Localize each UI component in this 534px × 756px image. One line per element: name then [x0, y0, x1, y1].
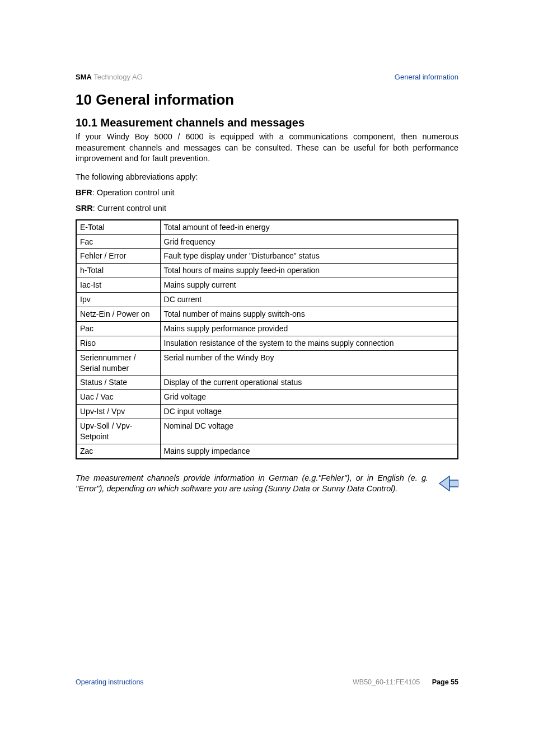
- footer-right: WB50_60-11:FE4105 Page 55: [353, 678, 458, 686]
- channel-desc: Mains supply impedance: [160, 444, 458, 458]
- svg-marker-1: [439, 476, 449, 491]
- channel-key: Ipv: [76, 293, 160, 307]
- channel-desc: Display of the current operational statu…: [160, 375, 458, 390]
- channel-desc: Mains supply current: [160, 278, 458, 293]
- svg-marker-0: [449, 480, 458, 487]
- company-name-bold: SMA: [76, 73, 92, 81]
- table-row: ZacMains supply impedance: [76, 444, 458, 458]
- srr-line: SRR: Current control unit: [76, 204, 458, 213]
- table-row: h-TotalTotal hours of mains supply feed-…: [76, 264, 458, 278]
- channel-desc: Serial number of the Windy Boy: [160, 350, 458, 375]
- channel-key: h-Total: [76, 264, 160, 278]
- table-row: Fehler / ErrorFault type display under "…: [76, 249, 458, 264]
- channel-key: Uac / Vac: [76, 390, 160, 405]
- channel-key: Riso: [76, 336, 160, 350]
- table-row: PacMains supply performance provided: [76, 321, 458, 336]
- channel-desc: DC input voltage: [160, 405, 458, 419]
- page-footer: Operating instructions WB50_60-11:FE4105…: [76, 678, 458, 686]
- channel-desc: Mains supply performance provided: [160, 321, 458, 336]
- channel-key: Status / State: [76, 375, 160, 390]
- table-row: RisoInsulation resistance of the system …: [76, 336, 458, 350]
- table-row: FacGrid frequency: [76, 234, 458, 249]
- channel-key: Upv-Soll / Vpv-Setpoint: [76, 419, 160, 444]
- channel-key: Upv-Ist / Vpv: [76, 405, 160, 419]
- table-row: Uac / VacGrid voltage: [76, 390, 458, 405]
- page-header: SMA Technology AG General information: [76, 73, 458, 81]
- footer-doc-id: WB50_60-11:FE4105: [353, 678, 420, 686]
- channel-key: Zac: [76, 444, 160, 458]
- footer-page-number: Page 55: [432, 678, 458, 686]
- table-row: Seriennummer / Serial numberSerial numbe…: [76, 350, 458, 375]
- channel-desc: Insulation resistance of the system to t…: [160, 336, 458, 350]
- channel-desc: Fault type display under "Disturbance" s…: [160, 249, 458, 264]
- channel-desc: Grid voltage: [160, 390, 458, 405]
- table-row: IpvDC current: [76, 293, 458, 307]
- channel-desc: Nominal DC voltage: [160, 419, 458, 444]
- footer-left: Operating instructions: [76, 678, 144, 686]
- channel-key: Netz-Ein / Power on: [76, 307, 160, 322]
- srr-label: SRR: [76, 204, 93, 213]
- channel-key: Fehler / Error: [76, 249, 160, 264]
- channel-desc: Grid frequency: [160, 234, 458, 249]
- heading-1: 10 General information: [76, 91, 458, 109]
- company-name-rest: Technology AG: [92, 73, 143, 81]
- srr-text: : Current control unit: [93, 204, 166, 213]
- table-row: Iac-IstMains supply current: [76, 278, 458, 293]
- bfr-label: BFR: [76, 188, 92, 197]
- company-name: SMA Technology AG: [76, 73, 143, 81]
- header-section-label: General information: [395, 73, 458, 81]
- note-block: The measurement channels provide informa…: [76, 473, 458, 495]
- channel-key: Seriennummer / Serial number: [76, 350, 160, 375]
- note-text: The measurement channels provide informa…: [76, 473, 428, 495]
- channel-key: Pac: [76, 321, 160, 336]
- channel-desc: Total number of mains supply switch-ons: [160, 307, 458, 322]
- bfr-text: : Operation control unit: [92, 188, 175, 197]
- abbrev-intro: The following abbreviations apply:: [76, 172, 458, 181]
- bfr-line: BFR: Operation control unit: [76, 188, 458, 197]
- channel-key: E-Total: [76, 220, 160, 234]
- table-row: Status / StateDisplay of the current ope…: [76, 375, 458, 390]
- table-row: Upv-Ist / VpvDC input voltage: [76, 405, 458, 419]
- note-arrow-icon: [433, 474, 458, 495]
- table-row: E-TotalTotal amount of feed-in energy: [76, 220, 458, 234]
- channel-key: Iac-Ist: [76, 278, 160, 293]
- channel-desc: DC current: [160, 293, 458, 307]
- table-row: Upv-Soll / Vpv-SetpointNominal DC voltag…: [76, 419, 458, 444]
- heading-2: 10.1 Measurement channels and messages: [76, 116, 458, 129]
- intro-paragraph: If your Windy Boy 5000 / 6000 is equippe…: [76, 132, 458, 165]
- channel-desc: Total amount of feed-in energy: [160, 220, 458, 234]
- channel-desc: Total hours of mains supply feed-in oper…: [160, 264, 458, 278]
- channels-table-body: E-TotalTotal amount of feed-in energy Fa…: [76, 220, 458, 459]
- table-row: Netz-Ein / Power onTotal number of mains…: [76, 307, 458, 322]
- channel-key: Fac: [76, 234, 160, 249]
- channels-table: E-TotalTotal amount of feed-in energy Fa…: [76, 219, 458, 459]
